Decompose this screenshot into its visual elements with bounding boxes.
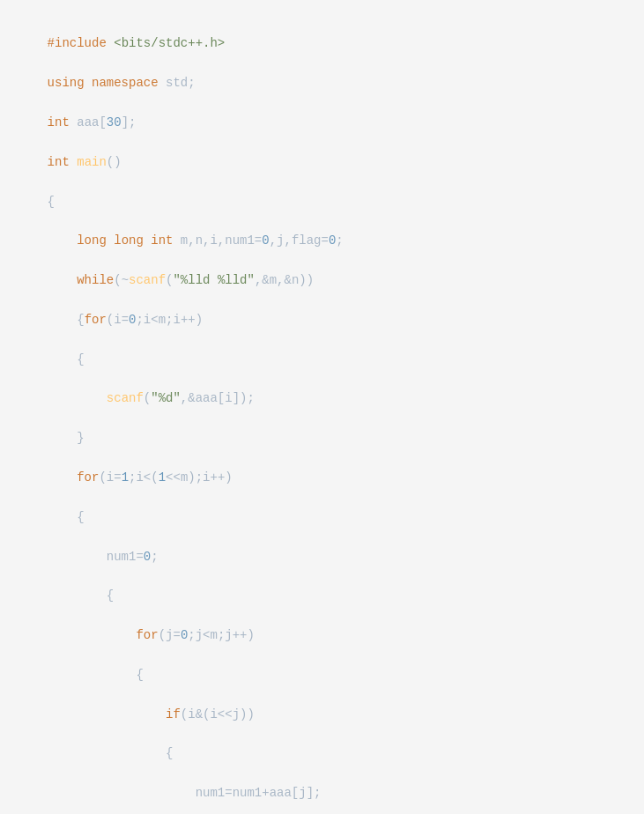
line-while: while(~scanf("%lld %lld",&m,&n)) — [48, 273, 315, 287]
line-for-j: for(j=0;j<m;j++) — [48, 628, 255, 642]
code-block: #include <bits/stdc++.h> using namespace… — [18, 14, 626, 814]
line-for-outer: {for(i=0;i<m;i++) — [48, 313, 203, 327]
line-num1-reset: num1=0; — [48, 550, 159, 564]
line-num1-add: num1=num1+aaa[j]; — [48, 786, 322, 800]
line-open-brace2: { — [48, 510, 85, 524]
line-arr-decl: int aaa[30]; — [48, 115, 137, 130]
line-close-brace1: } — [48, 431, 85, 445]
line-for-bits: for(i=1;i<(1<<m);i++) — [48, 470, 233, 485]
line-scanf: scanf("%d",&aaa[i]); — [48, 391, 255, 405]
line-include: #include <bits/stdc++.h> — [48, 36, 226, 50]
line-if-bitcheck: if(i&(i<<j)) — [48, 707, 255, 722]
code-container: #include <bits/stdc++.h> using namespace… — [0, 0, 644, 814]
line-open-brace3: { — [48, 588, 115, 603]
line-open-brace4: { — [48, 668, 144, 682]
line-open-brace1: { — [48, 352, 85, 366]
line-using: using namespace std; — [48, 76, 196, 90]
line-open-brace5: { — [48, 746, 174, 760]
line-var-decl: long long int m,n,i,num1=0,j,flag=0; — [48, 233, 344, 248]
line-main-decl: int main() — [48, 155, 122, 169]
line-open-brace-main: { — [48, 195, 55, 209]
